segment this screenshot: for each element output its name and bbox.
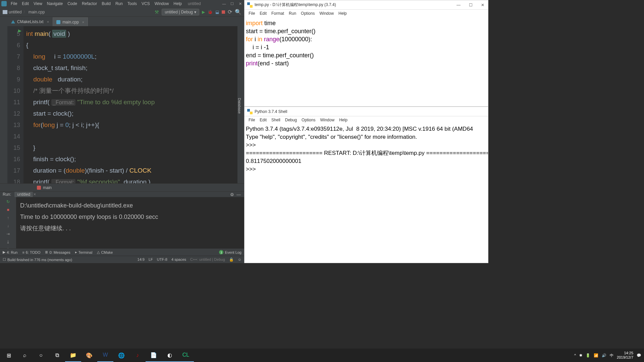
idle-menu-options[interactable]: Options — [299, 10, 317, 16]
bb-cmake[interactable]: △CMake — [97, 250, 113, 254]
app-icon[interactable]: ◐ — [162, 349, 178, 362]
rerun-icon[interactable]: ↻ — [5, 199, 11, 204]
shell-menu-options[interactable]: Options — [300, 117, 317, 123]
run-gutter-icon[interactable]: ▶ — [18, 28, 21, 33]
cursor-position[interactable]: 14:9 — [138, 257, 145, 262]
update-icon[interactable]: ⟳ — [228, 9, 232, 15]
breadcrumb-file[interactable]: main.cpp — [29, 10, 45, 14]
bb-terminal[interactable]: ▸Terminal — [75, 250, 93, 254]
idle-menu-window[interactable]: Window — [317, 10, 336, 16]
run-tab-close-icon[interactable]: × — [34, 192, 36, 197]
menu-build[interactable]: Build — [100, 1, 113, 7]
volume-icon[interactable]: 🔊 — [602, 353, 606, 358]
breadcrumb-project[interactable]: untitled — [9, 10, 22, 14]
tab-close-icon[interactable]: × — [81, 20, 84, 24]
badge-icon: 1 — [219, 250, 223, 254]
scroll-icon[interactable]: ⤓ — [5, 239, 11, 245]
close-button[interactable]: ✕ — [479, 3, 487, 7]
menu-navigate[interactable]: Navigate — [45, 1, 65, 7]
minimize-panel-icon[interactable]: — — [236, 192, 241, 197]
chrome-icon[interactable]: 🌐 — [113, 349, 129, 362]
run-icon[interactable]: ▶ — [202, 10, 205, 14]
menu-help[interactable]: Help — [171, 1, 184, 7]
code-line: finish = clock(); — [23, 154, 244, 165]
cortana-button[interactable]: ○ — [33, 349, 49, 362]
run-config-selector[interactable]: untitled | Debug ▾ — [162, 9, 199, 15]
inspect-icon[interactable]: ☺ — [238, 257, 241, 262]
idle-code-area[interactable]: import timestart = time.perf_counter()fo… — [245, 17, 488, 106]
tray-icon[interactable]: ✱ — [579, 353, 582, 358]
explorer-icon[interactable]: 📁 — [65, 349, 81, 362]
bb-messages[interactable]: ≣0: Messages — [45, 250, 70, 254]
shell-menu-debug[interactable]: Debug — [283, 117, 299, 123]
run-tab[interactable]: untitled — [14, 192, 33, 197]
tab-main-cpp[interactable]: main.cpp × — [53, 17, 88, 26]
indent[interactable]: 4 spaces — [171, 257, 186, 262]
down-icon[interactable]: ↓ — [5, 223, 11, 229]
stop-icon[interactable] — [222, 10, 225, 14]
wifi-icon[interactable]: 📶 — [594, 353, 598, 358]
battery-icon[interactable]: 🔋 — [586, 353, 590, 358]
code-editor[interactable]: 56789101112131415161718 int main( void )… — [0, 26, 244, 183]
tab-close-icon[interactable]: × — [46, 20, 49, 24]
bb-todo[interactable]: ≡6: TODO — [22, 250, 40, 254]
build-icon[interactable]: ⚒ — [155, 9, 159, 15]
notifications-icon[interactable]: 💬 — [637, 353, 641, 358]
code-area[interactable]: int main( void ){ long i = 10000000L; cl… — [23, 26, 244, 183]
event-log[interactable]: 1Event Log — [219, 250, 241, 254]
menu-code[interactable]: Code — [65, 1, 79, 7]
line-separator[interactable]: LF — [149, 257, 153, 262]
menu-file[interactable]: File — [9, 1, 19, 7]
clion-taskbar-icon[interactable]: CL — [178, 349, 194, 362]
taskview-button[interactable]: ⧉ — [49, 349, 65, 362]
up-icon[interactable]: ↑ — [5, 215, 11, 221]
function-name[interactable]: main — [43, 185, 52, 190]
menu-vcs[interactable]: VCS — [140, 1, 152, 7]
maximize-button[interactable]: ☐ — [228, 0, 236, 7]
gear-icon[interactable]: ⚙ — [230, 192, 234, 197]
idle-menu-file[interactable]: File — [247, 10, 257, 16]
netease-icon[interactable]: ♪ — [129, 349, 146, 362]
shell-menu-shell[interactable]: Shell — [269, 117, 282, 123]
maximize-button[interactable]: ☐ — [467, 3, 475, 7]
shell-menu-file[interactable]: File — [247, 117, 257, 123]
idle-menu-help[interactable]: Help — [336, 10, 349, 16]
idle-menu-format[interactable]: Format — [269, 10, 286, 16]
stop-run-icon[interactable]: ■ — [5, 207, 11, 213]
ime-indicator[interactable]: 中 — [610, 353, 613, 358]
run-output[interactable]: D:\untitled\cmake-build-debug\untitled.e… — [16, 197, 244, 253]
minimize-button[interactable]: — — [220, 0, 228, 7]
lock-icon[interactable]: 🔒 — [229, 257, 234, 262]
paint-icon[interactable]: 🎨 — [81, 349, 97, 362]
menu-refactor[interactable]: Refactor — [80, 1, 99, 7]
idle-menu-edit[interactable]: Edit — [258, 10, 269, 16]
encoding[interactable]: UTF-8 — [157, 257, 167, 262]
search-icon[interactable]: 🔍 — [235, 9, 241, 15]
idle-menu-run[interactable]: Run — [287, 10, 298, 16]
shell-menu-help[interactable]: Help — [337, 117, 350, 123]
coverage-icon[interactable]: ⬓ — [215, 10, 219, 14]
start-button[interactable]: ⊞ — [1, 349, 17, 362]
close-button[interactable]: ✕ — [236, 0, 244, 7]
word-icon[interactable]: W — [97, 349, 113, 362]
soft-wrap-icon[interactable]: ⇥ — [5, 231, 11, 237]
menu-edit[interactable]: Edit — [20, 1, 31, 7]
context[interactable]: C++: untitled | Debug — [190, 257, 225, 262]
debug-icon[interactable]: 🐞 — [208, 10, 213, 14]
menu-window[interactable]: Window — [153, 1, 171, 7]
bb-run[interactable]: ▶4: Run — [3, 250, 17, 254]
chevron-up-icon[interactable]: ^ — [574, 353, 576, 357]
tab-cmakelists[interactable]: CMakeLists.txt × — [7, 17, 53, 26]
shell-output[interactable]: Python 3.7.4 (tags/v3.7.4:e09359112e, Ju… — [245, 124, 488, 263]
shell-menu-window[interactable]: Window — [318, 117, 336, 123]
svg-rect-3 — [250, 112, 253, 114]
menu-tools[interactable]: Tools — [125, 1, 139, 7]
minimize-button[interactable]: — — [454, 3, 463, 7]
clock[interactable]: 14:25 2019/12/7 — [617, 351, 633, 360]
database-tool-window-tab[interactable]: Database — [237, 26, 244, 183]
menu-view[interactable]: View — [32, 1, 44, 7]
menu-run[interactable]: Run — [113, 1, 125, 7]
search-button[interactable]: ⌕ — [17, 349, 33, 362]
shell-menu-edit[interactable]: Edit — [258, 117, 269, 123]
notepad-icon[interactable]: 📄 — [146, 349, 162, 362]
